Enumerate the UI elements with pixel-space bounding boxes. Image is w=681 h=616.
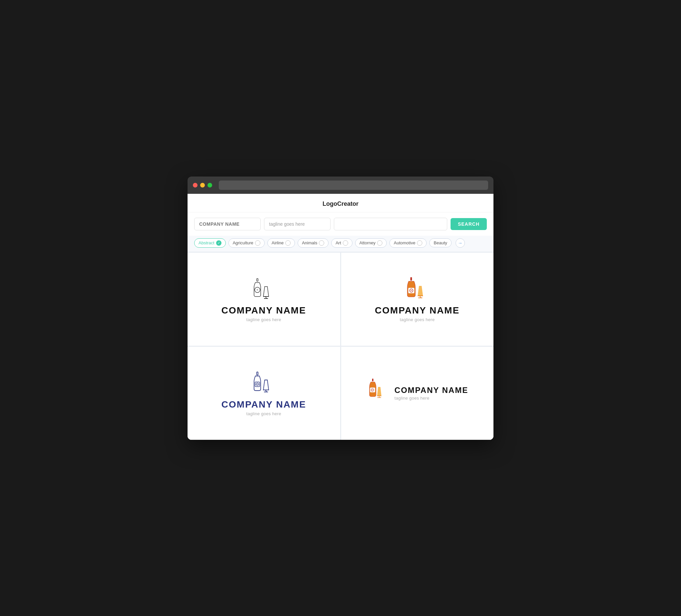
logo-icon-2: [402, 276, 432, 301]
category-chip-attorney[interactable]: Attorney: [355, 238, 387, 248]
category-label: Animals: [302, 240, 317, 245]
tagline-input[interactable]: [264, 218, 330, 230]
logo-company-4: COMPANY NAME: [394, 386, 468, 395]
category-chip-agriculture[interactable]: Agriculture: [228, 238, 265, 248]
category-chip-automotive[interactable]: Automotive: [389, 238, 427, 248]
category-chip-beauty[interactable]: Beauty: [429, 238, 451, 247]
logo-company-2: COMPANY NAME: [375, 305, 459, 316]
category-chip-art[interactable]: Art: [331, 238, 352, 248]
browser-titlebar: [187, 177, 494, 194]
logo-company-1: COMPANY NAME: [222, 305, 306, 316]
category-label: Beauty: [434, 240, 447, 245]
minimize-button[interactable]: [200, 183, 205, 187]
svg-rect-6: [410, 277, 412, 281]
check-icon: [377, 240, 382, 246]
logo-tagline-1: tagline goes here: [246, 317, 281, 322]
svg-rect-20: [372, 379, 373, 381]
close-button[interactable]: [193, 183, 198, 187]
check-icon: [417, 240, 422, 246]
category-label: Agriculture: [233, 240, 253, 245]
check-icon: [319, 240, 324, 246]
logo-card-2[interactable]: COMPANY NAME tagline goes here: [341, 253, 494, 346]
search-button[interactable]: SEARCH: [451, 218, 487, 230]
svg-rect-0: [257, 279, 258, 281]
keyword-input[interactable]: [334, 218, 447, 230]
app-title: LogoCreator: [323, 201, 358, 207]
check-icon: ✓: [216, 240, 222, 246]
app-header: LogoCreator: [187, 194, 494, 212]
logo-tagline-4: tagline goes here: [394, 395, 468, 401]
categories-next-button[interactable]: →: [456, 238, 465, 248]
category-label: Automotive: [394, 240, 415, 245]
logo-grid: COMPANY NAME tagline goes here: [187, 252, 494, 440]
logo-card-1[interactable]: COMPANY NAME tagline goes here: [187, 253, 340, 346]
check-icon: [255, 240, 260, 246]
company-name-input[interactable]: [194, 218, 261, 230]
categories-bar: Abstract ✓ Agriculture Airline Animals A…: [187, 236, 494, 252]
category-label: Attorney: [359, 240, 375, 245]
category-chip-animals[interactable]: Animals: [298, 238, 329, 248]
address-bar[interactable]: [219, 181, 488, 190]
logo-text-block-4: COMPANY NAME tagline goes here: [394, 386, 468, 401]
logo-card-3[interactable]: COMPANY NAME tagline goes here: [187, 347, 340, 440]
logo-tagline-3: tagline goes here: [246, 411, 281, 416]
browser-window: LogoCreator SEARCH Abstract ✓ Agricultur…: [187, 177, 494, 440]
browser-content: LogoCreator SEARCH Abstract ✓ Agricultur…: [187, 194, 494, 440]
category-chip-airline[interactable]: Airline: [267, 238, 295, 248]
category-label: Airline: [272, 240, 284, 245]
search-bar: SEARCH: [187, 212, 494, 236]
logo-tagline-2: tagline goes here: [400, 317, 435, 322]
logo-card-4[interactable]: COMPANY NAME tagline goes here: [341, 347, 494, 440]
category-label: Art: [335, 240, 341, 245]
logo-icon-4: [366, 378, 388, 404]
logo-icon-1: [249, 276, 279, 301]
check-icon: [285, 240, 291, 246]
check-icon: [343, 240, 348, 246]
svg-rect-13: [257, 372, 258, 375]
maximize-button[interactable]: [207, 183, 212, 187]
logo-icon-3: [249, 370, 279, 394]
logo-company-3: COMPANY NAME: [222, 399, 306, 410]
category-label: Abstract: [199, 240, 215, 245]
category-chip-abstract[interactable]: Abstract ✓: [194, 238, 226, 248]
